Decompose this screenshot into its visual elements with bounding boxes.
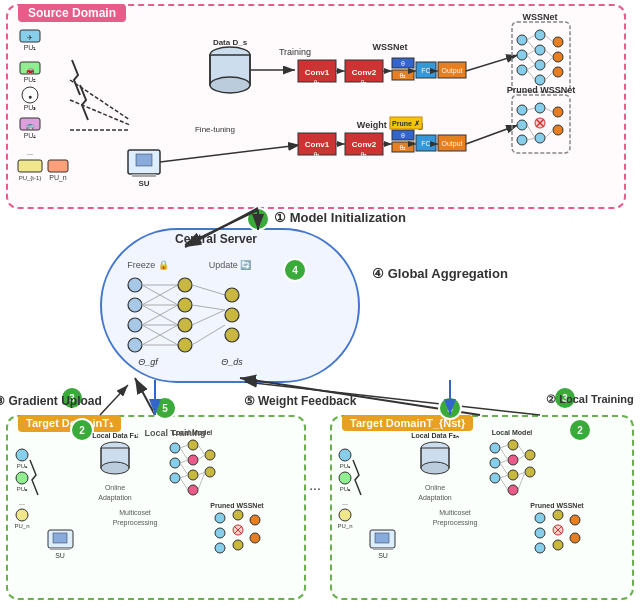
svg-text:5: 5 — [447, 403, 453, 414]
svg-line-160 — [245, 382, 540, 415]
svg-text:④ Global Aggregation: ④ Global Aggregation — [372, 266, 508, 281]
svg-point-157 — [554, 387, 576, 409]
main-container: Source Domain Central Server Target Doma… — [0, 0, 640, 609]
svg-point-153 — [61, 387, 83, 409]
source-domain-box: Source Domain — [6, 4, 626, 209]
target-domain-box-right: Target DomainT_{Nst} — [330, 415, 634, 600]
svg-text:② Local Training: ② Local Training — [546, 393, 634, 405]
svg-text:...: ... — [309, 477, 321, 493]
svg-text:3: 3 — [562, 393, 568, 404]
svg-text:1: 1 — [255, 214, 261, 225]
source-domain-label: Source Domain — [18, 4, 126, 22]
target-domain-left-label: Target DomainT₁ — [18, 415, 121, 432]
central-server-box — [100, 228, 360, 383]
svg-text:5: 5 — [162, 403, 168, 414]
svg-text:3: 3 — [69, 393, 75, 404]
svg-text:⑤ Weight Feedback: ⑤ Weight Feedback — [244, 394, 357, 408]
svg-line-155 — [135, 378, 155, 415]
target-domain-box-left: Target DomainT₁ — [6, 415, 306, 600]
svg-point-118 — [247, 208, 269, 230]
svg-line-159 — [240, 378, 480, 415]
central-server-label: Central Server — [175, 232, 257, 246]
target-domain-right-label: Target DomainT_{Nst} — [342, 415, 473, 431]
svg-text:① Model Initialization: ① Model Initialization — [274, 210, 406, 225]
svg-line-156 — [100, 385, 128, 415]
svg-text:③ Gradient Upload: ③ Gradient Upload — [0, 394, 102, 408]
